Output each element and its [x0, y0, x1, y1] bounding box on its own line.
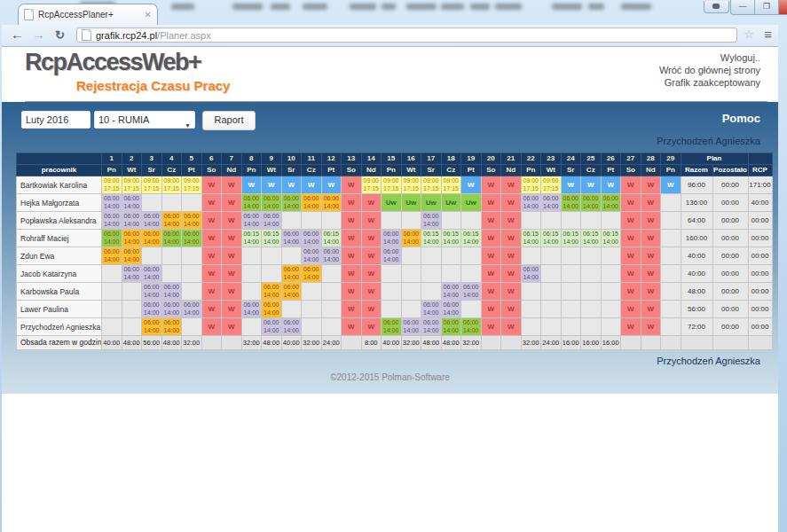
schedule-cell[interactable] — [581, 318, 602, 336]
schedule-cell-shift[interactable]: 06:0014:00 — [122, 247, 142, 265]
schedule-cell-weekend[interactable]: W — [641, 265, 661, 283]
schedule-cell[interactable] — [461, 212, 482, 230]
schedule-cell-shift[interactable]: 09:0017:15 — [142, 176, 162, 194]
schedule-cell-shift[interactable]: 06:0014:00 — [142, 230, 162, 247]
schedule-cell[interactable] — [661, 212, 681, 230]
schedule-cell[interactable] — [321, 265, 342, 283]
schedule-cell-shift[interactable]: 09:0017:15 — [361, 176, 382, 194]
schedule-cell-weekend[interactable]: W — [201, 194, 222, 212]
schedule-cell-shift[interactable]: 06:0014:00 — [142, 212, 162, 230]
schedule-cell-weekend[interactable]: W — [621, 301, 641, 318]
schedule-cell[interactable] — [382, 283, 402, 301]
schedule-cell-free-day[interactable]: W — [241, 176, 262, 194]
schedule-cell[interactable] — [161, 247, 182, 265]
schedule-cell-shift[interactable]: 06:0014:00 — [581, 194, 602, 212]
schedule-cell-free-day[interactable]: W — [321, 176, 342, 194]
schedule-cell-shift[interactable]: 06:0014:00 — [281, 318, 302, 336]
schedule-cell[interactable] — [182, 318, 202, 336]
schedule-cell-shift[interactable]: 09:0017:15 — [541, 176, 562, 194]
schedule-cell[interactable] — [142, 194, 162, 212]
schedule-cell[interactable] — [521, 301, 541, 318]
month-input[interactable]: Luty 2016 — [21, 111, 91, 129]
schedule-cell[interactable] — [321, 301, 342, 318]
schedule-cell[interactable] — [122, 301, 142, 318]
schedule-cell[interactable] — [302, 318, 322, 336]
schedule-cell-shift[interactable]: 06:0014:00 — [122, 230, 142, 247]
window-maximize-button[interactable]: ❐ — [754, 0, 779, 15]
schedule-cell-shift[interactable]: 06:0014:00 — [161, 301, 182, 318]
schedule-cell[interactable] — [441, 212, 461, 230]
schedule-cell[interactable] — [541, 318, 562, 336]
schedule-cell[interactable] — [581, 265, 602, 283]
schedule-cell-weekend[interactable]: W — [641, 230, 661, 247]
schedule-cell-shift[interactable]: 06:1514:00 — [541, 230, 562, 247]
schedule-cell[interactable] — [661, 194, 681, 212]
schedule-cell-weekend[interactable]: W — [501, 230, 522, 247]
schedule-cell-weekend[interactable]: W — [621, 176, 641, 194]
schedule-cell[interactable] — [241, 247, 262, 265]
profile-button[interactable] — [704, 1, 729, 13]
schedule-cell[interactable] — [661, 265, 681, 283]
schedule-cell-shift[interactable]: 06:0014:00 — [182, 230, 202, 247]
schedule-cell[interactable] — [521, 247, 541, 265]
schedule-cell[interactable] — [601, 283, 621, 301]
schedule-cell[interactable] — [241, 283, 262, 301]
schedule-cell[interactable] — [661, 318, 681, 336]
schedule-cell-shift[interactable]: 06:1514:00 — [321, 230, 342, 247]
schedule-cell-weekend[interactable]: W — [201, 230, 222, 247]
schedule-cell-shift[interactable]: 06:0014:00 — [182, 212, 202, 230]
schedule-cell-free-day[interactable]: W — [262, 176, 282, 194]
logout-link[interactable]: Wyloguj.. — [659, 51, 760, 64]
schedule-cell-weekend[interactable]: W — [361, 247, 382, 265]
schedule-cell-shift[interactable]: 06:0014:00 — [302, 230, 322, 247]
schedule-cell[interactable] — [102, 283, 122, 301]
schedule-cell-free-day[interactable]: W — [601, 176, 621, 194]
schedule-cell-weekend[interactable]: W — [201, 283, 222, 301]
schedule-cell-shift[interactable]: 06:0014:00 — [521, 194, 541, 212]
schedule-cell[interactable] — [281, 301, 302, 318]
schedule-cell-shift[interactable]: 06:0014:00 — [281, 194, 302, 212]
schedule-cell-weekend[interactable]: W — [361, 194, 382, 212]
schedule-cell-shift[interactable]: 06:0014:00 — [461, 283, 482, 301]
schedule-cell-shift[interactable]: 06:0014:00 — [601, 194, 621, 212]
schedule-cell[interactable] — [182, 283, 202, 301]
schedule-cell[interactable] — [561, 247, 581, 265]
schedule-cell-weekend[interactable]: W — [481, 194, 501, 212]
schedule-cell-weekend[interactable]: W — [222, 230, 242, 247]
schedule-cell-shift[interactable]: 06:0014:00 — [262, 318, 282, 336]
schedule-cell-shift[interactable]: 06:0014:00 — [461, 318, 482, 336]
schedule-cell[interactable] — [302, 212, 322, 230]
schedule-cell-shift[interactable]: 09:0017:15 — [401, 176, 421, 194]
help-link[interactable]: Pomoc — [722, 112, 760, 125]
schedule-cell-shift[interactable]: 06:0014:00 — [102, 212, 122, 230]
schedule-cell-weekend[interactable]: W — [501, 283, 522, 301]
back-button[interactable]: ← — [11, 27, 24, 42]
schedule-cell-weekend[interactable]: W — [342, 318, 362, 336]
department-select[interactable]: 10 - RUMIA ▼ — [94, 111, 195, 129]
schedule-cell-shift[interactable]: 06:1514:00 — [601, 230, 621, 247]
schedule-cell[interactable] — [541, 265, 562, 283]
schedule-cell-weekend[interactable]: W — [361, 318, 382, 336]
schedule-cell-free-day[interactable]: W — [461, 176, 482, 194]
schedule-cell-weekend[interactable]: W — [621, 212, 641, 230]
reload-button[interactable]: ↻ — [55, 28, 65, 42]
schedule-cell-shift[interactable]: 06:0014:00 — [302, 194, 322, 212]
schedule-cell[interactable] — [401, 301, 421, 318]
schedule-cell-shift[interactable]: 06:0014:00 — [281, 230, 302, 247]
schedule-cell[interactable] — [401, 265, 421, 283]
schedule-cell[interactable] — [601, 301, 621, 318]
schedule-cell-weekend[interactable]: W — [342, 176, 362, 194]
report-button[interactable]: Raport — [202, 111, 256, 130]
schedule-cell[interactable] — [241, 318, 262, 336]
schedule-cell-weekend[interactable]: W — [361, 283, 382, 301]
schedule-cell[interactable] — [601, 247, 621, 265]
schedule-cell-shift[interactable]: 06:1514:00 — [461, 230, 482, 247]
schedule-cell-weekend[interactable]: W — [361, 230, 382, 247]
schedule-cell-vacation[interactable]: Uw — [401, 194, 421, 212]
schedule-cell[interactable] — [541, 247, 562, 265]
schedule-cell-shift[interactable]: 06:0014:00 — [321, 194, 342, 212]
schedule-cell-shift[interactable]: 09:0017:15 — [441, 176, 461, 194]
schedule-cell-shift[interactable]: 06:0014:00 — [241, 212, 262, 230]
schedule-cell[interactable] — [102, 265, 122, 283]
schedule-cell-shift[interactable]: 06:0014:00 — [281, 265, 302, 283]
